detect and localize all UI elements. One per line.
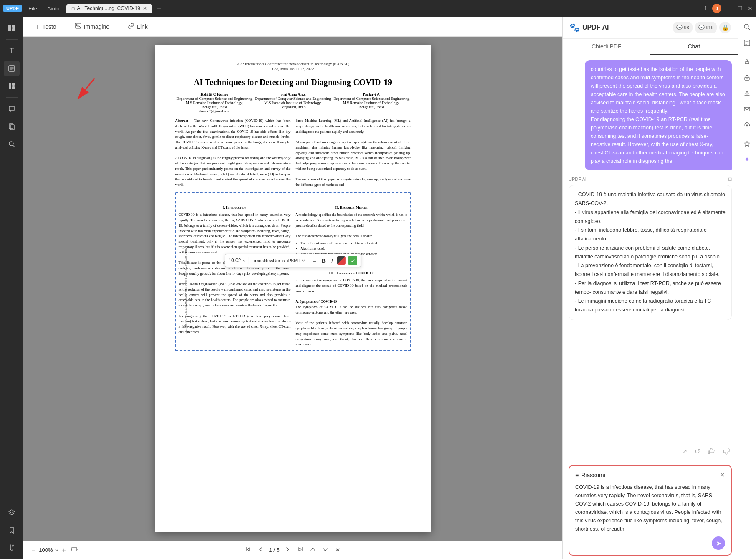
tab-title: AI_Techniqu...ng_COVID-19 bbox=[77, 5, 140, 11]
right-upload-button[interactable] bbox=[741, 118, 754, 132]
window-buttons: — ☐ ✕ bbox=[726, 5, 753, 12]
svg-rect-6 bbox=[9, 86, 11, 89]
external-link-button[interactable]: ↗ bbox=[680, 446, 689, 458]
pdf-col-research: II. Research Metods A methodology specif… bbox=[296, 202, 407, 347]
next-page-button[interactable] bbox=[283, 545, 292, 556]
font-size-value: 10.02 bbox=[228, 258, 241, 263]
summarize-box: ≡ Riassumi ✕ COVID-19 is a infectious di… bbox=[569, 465, 732, 556]
window-controls: 1 J — ☐ ✕ bbox=[704, 4, 753, 13]
current-page[interactable]: 1 / 5 bbox=[269, 547, 279, 553]
ai-message: - COVID-19 è una malattia infettiva caus… bbox=[569, 185, 732, 320]
ai-panel-header: 🐾 UPDF AI 💬 98 💬 919 🔒 bbox=[563, 17, 738, 39]
color-picker-button[interactable] bbox=[337, 256, 346, 265]
badge-total-count[interactable]: 💬 919 bbox=[695, 22, 717, 33]
copy-button[interactable]: ⧉ bbox=[728, 175, 732, 182]
bold-button[interactable]: B bbox=[320, 257, 327, 265]
summarize-footer: ➤ bbox=[575, 536, 725, 550]
chat-messages[interactable]: countries to get tested as the isolation… bbox=[563, 55, 738, 444]
format-divider-1 bbox=[248, 257, 249, 264]
sidebar-comment-button[interactable] bbox=[4, 101, 20, 117]
summarize-text: COVID-19 is a infectious disease, that h… bbox=[575, 483, 725, 533]
right-star-button[interactable] bbox=[741, 137, 754, 150]
badge-total-icon: 💬 bbox=[698, 25, 705, 30]
tab-chiedi-pdf[interactable]: Chiedi PDF bbox=[563, 39, 650, 55]
font-size-selector[interactable]: 10.02 bbox=[228, 258, 246, 263]
sidebar-panel-button[interactable] bbox=[4, 20, 20, 36]
sidebar-divider-1 bbox=[6, 39, 18, 40]
thumbup-button[interactable] bbox=[706, 446, 717, 458]
italic-button[interactable]: I bbox=[330, 257, 335, 265]
new-tab-button[interactable]: + bbox=[155, 4, 163, 13]
badge-chat-count[interactable]: 💬 98 bbox=[673, 22, 692, 33]
sidebar-clip-button[interactable] bbox=[4, 540, 20, 556]
right-ocr-button[interactable] bbox=[741, 36, 754, 49]
link-tool[interactable]: Link bbox=[124, 20, 152, 33]
right-ai-button[interactable]: ✦ bbox=[741, 153, 754, 166]
refresh-button[interactable]: ↺ bbox=[693, 446, 702, 458]
pdf-conference: 2022 International Conference for Advanc… bbox=[175, 62, 411, 66]
pdf-col-intro: I. Introduction COVID-19 is a infectious… bbox=[179, 202, 291, 347]
right-lock-button[interactable] bbox=[741, 71, 754, 84]
align-button[interactable]: ≡ bbox=[311, 257, 318, 265]
right-mail-button[interactable] bbox=[741, 102, 754, 116]
svg-rect-5 bbox=[12, 83, 15, 86]
file-menu[interactable]: File bbox=[25, 4, 40, 13]
tab-close-button[interactable]: ✕ bbox=[143, 5, 147, 11]
right-divider-1 bbox=[742, 52, 752, 52]
font-family-selector[interactable]: TimesNewRomanPSMT bbox=[251, 258, 306, 263]
thumbdown-button[interactable] bbox=[721, 446, 732, 458]
zoom-out-button[interactable]: − bbox=[30, 545, 37, 556]
sidebar-view-button[interactable] bbox=[4, 78, 20, 94]
sidebar-text-button[interactable]: T bbox=[4, 43, 20, 59]
sidebar-bookmark-button[interactable] bbox=[4, 522, 20, 538]
sidebar-pages-button[interactable] bbox=[4, 119, 20, 134]
titlebar: UPDF File Aiuto ⊡ AI_Techniqu...ng_COVID… bbox=[0, 0, 756, 17]
ai-logo-icon: 🐾 bbox=[569, 23, 580, 33]
summarize-header: ≡ Riassumi ✕ bbox=[575, 471, 725, 479]
fit-width-button[interactable] bbox=[69, 544, 79, 556]
right-search-button[interactable] bbox=[741, 20, 754, 33]
user-avatar[interactable]: J bbox=[712, 4, 721, 13]
pdf-icon: ⊡ bbox=[71, 6, 75, 11]
svg-rect-17 bbox=[708, 451, 710, 454]
last-page-button[interactable] bbox=[296, 545, 305, 556]
badge-chat-icon: 💬 bbox=[676, 25, 683, 30]
scroll-up-button[interactable] bbox=[308, 545, 317, 556]
summarize-send-button[interactable]: ➤ bbox=[712, 536, 725, 550]
right-stamp-button[interactable] bbox=[741, 55, 754, 68]
tab-chat[interactable]: Chat bbox=[650, 39, 738, 55]
ai-sender-name: UPDF AI bbox=[569, 177, 587, 182]
close-button[interactable]: ✕ bbox=[748, 5, 753, 12]
svg-line-20 bbox=[748, 28, 750, 30]
pdf-authors: Kshitij C Kurne Department of Computer S… bbox=[175, 92, 411, 113]
app-logo: UPDF bbox=[3, 5, 22, 12]
ai-lock-button[interactable]: 🔒 bbox=[719, 22, 731, 33]
sidebar-search-button[interactable] bbox=[4, 136, 20, 152]
format-divider-2 bbox=[308, 257, 308, 264]
check-button[interactable] bbox=[348, 256, 357, 265]
svg-line-11 bbox=[13, 145, 15, 147]
aiuto-menu[interactable]: Aiuto bbox=[44, 4, 63, 13]
author-3: Parkavi A Department of Computer Science… bbox=[333, 92, 409, 113]
pdf-conference2: Goa, India, Jan 21-22, 2022 bbox=[175, 67, 411, 71]
updf-ai-logo: 🐾 UPDF AI bbox=[569, 23, 609, 33]
minimize-button[interactable]: — bbox=[726, 5, 732, 12]
scroll-down-button[interactable] bbox=[321, 545, 330, 556]
prev-page-button[interactable] bbox=[256, 545, 265, 556]
document-tab[interactable]: ⊡ AI_Techniqu...ng_COVID-19 ✕ bbox=[66, 4, 152, 13]
sidebar-edit-button[interactable] bbox=[4, 61, 20, 76]
first-page-button[interactable] bbox=[244, 545, 253, 556]
maximize-button[interactable]: ☐ bbox=[737, 5, 743, 12]
zoom-in-button[interactable]: + bbox=[61, 545, 68, 556]
close-selection-button[interactable]: ✕ bbox=[333, 544, 342, 556]
svg-rect-7 bbox=[12, 86, 15, 89]
text-tool[interactable]: T Testo bbox=[32, 20, 61, 33]
pdf-viewer[interactable]: 10.1109/ICONATS.2022-97253S 978-1-6654-2… bbox=[23, 37, 562, 541]
image-tool[interactable]: Immagine bbox=[71, 20, 114, 33]
zoom-selector[interactable]: 100% bbox=[39, 547, 58, 553]
right-share-button[interactable] bbox=[741, 86, 754, 100]
summarize-close-button[interactable]: ✕ bbox=[720, 471, 725, 479]
sidebar-layers-button[interactable] bbox=[4, 505, 20, 521]
pdf-main-content: I. Introduction COVID-19 is a infectious… bbox=[179, 202, 407, 347]
ai-response-container: UPDF AI ⧉ - COVID-19 è una malattia infe… bbox=[569, 175, 732, 320]
